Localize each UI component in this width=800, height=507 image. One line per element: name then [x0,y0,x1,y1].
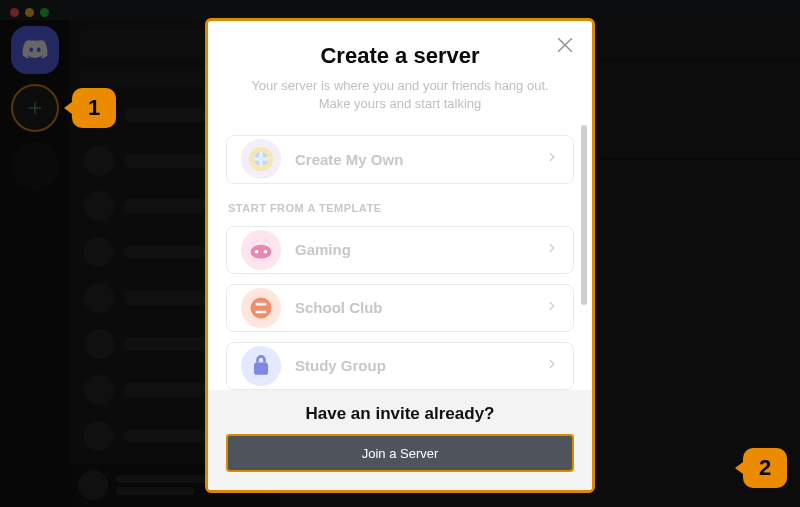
svg-rect-6 [254,362,268,374]
option-gaming[interactable]: Gaming [226,226,574,274]
invite-prompt: Have an invite already? [226,404,574,424]
gaming-icon [241,230,281,270]
school-icon [241,288,281,328]
svg-point-2 [251,244,272,258]
modal-body: Create My Own START FROM A TEMPLATE Gami… [208,119,592,390]
chevron-right-icon [545,150,559,168]
template-section-header: START FROM A TEMPLATE [228,202,574,214]
modal-subtitle: Your server is where you and your friend… [232,77,568,113]
option-create-my-own[interactable]: Create My Own [226,135,574,183]
chevron-right-icon [545,241,559,259]
join-server-label: Join a Server [362,446,439,461]
svg-point-5 [251,297,272,318]
option-label: Gaming [295,241,531,258]
chevron-right-icon [545,357,559,375]
svg-point-4 [264,250,268,254]
close-modal-button[interactable] [554,33,578,57]
chevron-right-icon [545,299,559,317]
join-server-button[interactable]: Join a Server [226,434,574,472]
annotation-label: 2 [759,455,771,481]
option-school-club[interactable]: School Club [226,284,574,332]
modal-footer: Have an invite already? Join a Server [208,390,592,490]
annotation-step-2: 2 [743,448,787,488]
annotation-label: 1 [88,95,100,121]
study-icon [241,346,281,386]
svg-point-3 [255,250,259,254]
create-server-modal: Create a server Your server is where you… [205,18,595,493]
option-label: Create My Own [295,151,531,168]
option-study-group[interactable]: Study Group [226,342,574,390]
modal-overlay: Create a server Your server is where you… [0,0,800,507]
annotation-step-1: 1 [72,88,116,128]
create-icon [241,139,281,179]
modal-title: Create a server [232,43,568,69]
close-icon [554,33,578,57]
option-label: Study Group [295,357,531,374]
option-label: School Club [295,299,531,316]
